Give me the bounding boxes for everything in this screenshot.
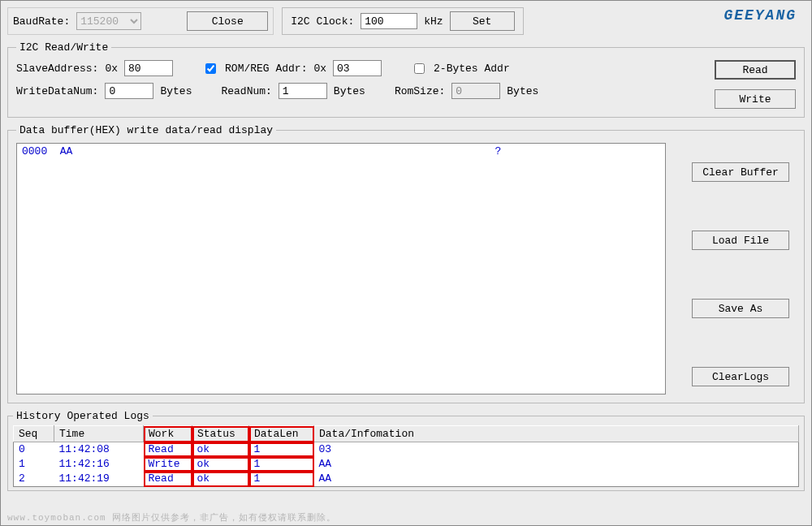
two-bytes-label: 2-Bytes Addr [434,63,510,75]
clear-logs-button[interactable]: ClearLogs [692,367,789,386]
table-row[interactable]: 211:42:19Readok1AA [14,472,799,487]
table-row[interactable]: 011:42:08Readok103 [14,442,799,458]
rom-size-label: RomSize: [395,85,445,97]
slave-address-input[interactable] [124,60,173,76]
cell-data: AA [314,457,799,472]
save-as-button[interactable]: Save As [692,299,789,318]
write-data-num-label: WriteDataNum: [16,85,98,97]
baudrate-select[interactable]: 115200 [76,12,141,30]
col-data[interactable]: Data/Infomation [314,426,799,442]
col-seq[interactable]: Seq [14,426,54,442]
i2c-clock-group: I2C Clock: kHz Set [282,7,523,35]
read-button[interactable]: Read [715,60,796,80]
rom-reg-input[interactable] [333,60,382,76]
clear-buffer-button[interactable]: Clear Buffer [692,162,789,182]
cell-status: ok [192,472,249,487]
i2c-clock-input[interactable] [361,13,417,29]
bytes-label-2: Bytes [334,85,365,97]
slave-address-label: SlaveAddress: [16,63,98,75]
hex-textarea[interactable]: 0000 AA? [16,143,666,394]
cell-status: ok [192,457,249,472]
cell-datalen: 1 [249,472,314,487]
rom-reg-checkbox[interactable] [205,63,216,74]
i2c-clock-label: I2C Clock: [291,15,354,28]
cell-seq: 2 [14,472,54,487]
logs-table: Seq Time Work Status DataLen Data/Infoma… [13,425,799,487]
read-num-input[interactable] [279,83,327,99]
i2c-rw-group: I2C Read/Write SlaveAddress: 0x ROM/REG … [7,41,805,118]
cell-seq: 1 [14,457,54,472]
cell-time: 11:42:19 [54,472,144,487]
baudrate-label: BaudRate: [13,15,70,28]
cell-work: Read [144,442,192,458]
data-buffer-legend: Data buffer(HEX) write data/read display [16,124,276,136]
cell-status: ok [192,442,249,458]
rom-reg-label: ROM/REG Addr: [225,63,307,75]
cell-seq: 0 [14,442,54,458]
read-num-label: ReadNum: [221,85,271,97]
buffer-side-buttons: Clear Buffer Load File Save As ClearLogs [666,143,796,394]
watermark-text: www.toymoban.com 网络图片仅供参考，非广告，如有侵权请联系删除。 [7,511,336,524]
history-logs-legend: History Operated Logs [13,410,153,422]
col-work[interactable]: Work [144,426,192,442]
i2c-rw-legend: I2C Read/Write [16,41,111,54]
cell-data: AA [314,472,799,487]
write-data-num-input[interactable] [105,83,153,99]
load-file-button[interactable]: Load File [692,231,789,250]
col-status[interactable]: Status [192,426,249,442]
top-bar: BaudRate: 115200 Close I2C Clock: kHz Se… [7,7,805,35]
close-button[interactable]: Close [187,11,268,31]
cell-work: Write [144,457,192,472]
bytes-label-3: Bytes [507,85,538,97]
data-buffer-group: Data buffer(HEX) write data/read display… [7,124,805,403]
rom-size-input [451,83,500,99]
table-row[interactable]: 111:42:16Writeok1AA [14,457,799,472]
brand-text: GEEYANG [723,7,805,24]
i2c-clock-unit: kHz [424,15,443,28]
serial-group: BaudRate: 115200 Close [7,7,274,35]
cell-datalen: 1 [249,442,314,458]
two-bytes-checkbox[interactable] [414,63,425,74]
cell-datalen: 1 [249,457,314,472]
history-logs-group: History Operated Logs Seq Time Work Stat… [7,410,805,491]
cell-time: 11:42:16 [54,457,144,472]
col-datalen[interactable]: DataLen [249,426,314,442]
write-button[interactable]: Write [715,89,796,109]
cell-data: 03 [314,442,799,458]
bytes-label-1: Bytes [160,85,192,97]
hex-prefix: 0x [105,63,118,75]
cell-work: Read [144,472,192,487]
col-time[interactable]: Time [54,426,144,442]
app-window: BaudRate: 115200 Close I2C Clock: kHz Se… [0,0,812,526]
set-button[interactable]: Set [450,11,515,31]
cell-time: 11:42:08 [54,442,144,458]
hex-prefix-2: 0x [313,63,326,75]
